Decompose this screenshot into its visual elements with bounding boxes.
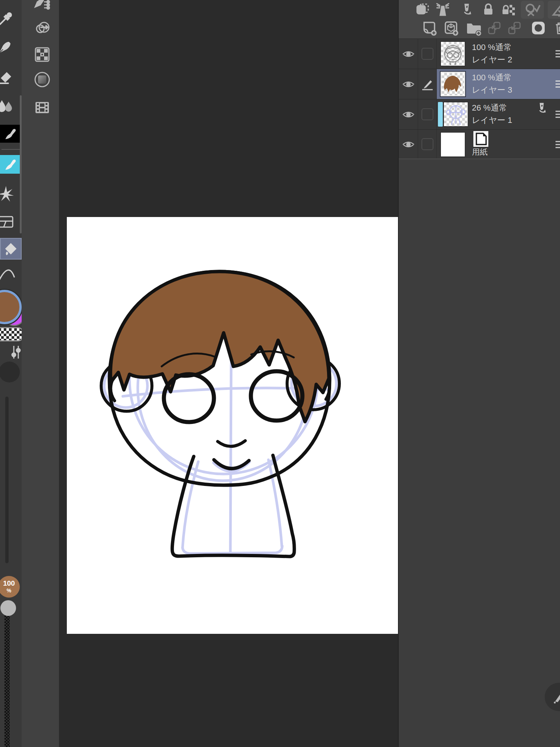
new-folder-icon[interactable] <box>466 20 482 36</box>
darker-brush-tool[interactable] <box>0 125 22 143</box>
opacity-unit: % <box>0 588 20 593</box>
gradient-icon[interactable] <box>34 71 51 88</box>
layer-menu-icon[interactable] <box>556 140 560 149</box>
layer-row-content[interactable]: 用紙 <box>437 130 560 158</box>
layer-thumbnail[interactable] <box>444 102 468 127</box>
eye-icon <box>402 49 415 58</box>
layer-editing-indicator[interactable] <box>418 69 437 99</box>
pencil-edit-icon <box>421 77 434 91</box>
brush-settings-icon[interactable] <box>10 344 22 360</box>
fill-tool-selected[interactable] <box>0 238 22 260</box>
brush-size-slider[interactable] <box>5 397 9 563</box>
draft-layer-icon[interactable] <box>458 1 475 18</box>
layer-opacity-blend: 100 %通常 <box>472 72 511 83</box>
layer-thumbnail[interactable] <box>441 72 465 96</box>
delete-layer-icon[interactable] <box>553 20 560 36</box>
toolbar-scrollbar[interactable] <box>20 95 22 233</box>
layer-name: レイヤー 2 <box>472 54 512 65</box>
eyedropper-tool[interactable] <box>0 10 14 28</box>
layer-row[interactable]: 用紙 <box>399 130 560 159</box>
copy-selection-icon[interactable] <box>414 1 431 18</box>
lock-layer-icon[interactable] <box>480 1 497 18</box>
layer-menu-icon[interactable] <box>556 80 560 89</box>
frame-border-tool[interactable] <box>0 213 15 231</box>
blend-tool[interactable] <box>0 97 14 115</box>
eye-icon <box>402 80 415 89</box>
transfer-to-lower-disabled-icon[interactable] <box>486 20 503 36</box>
main-tool-column: 100 % <box>0 0 22 747</box>
layer-name: レイヤー 1 <box>472 115 512 126</box>
layer-menu-icon[interactable] <box>556 110 560 119</box>
opacity-value: 100 <box>0 579 20 588</box>
eye-icon <box>402 140 415 149</box>
paper-thumbnail[interactable] <box>441 132 465 157</box>
opacity-slider-track[interactable] <box>4 616 10 747</box>
chibi-character-drawing <box>67 217 398 634</box>
panel-section-divider <box>399 158 560 159</box>
merge-to-lower-disabled-icon[interactable] <box>506 20 523 36</box>
layer-name: レイヤー 3 <box>472 84 512 96</box>
layer-select-checkbox[interactable] <box>418 99 437 129</box>
canvas-workspace[interactable] <box>59 0 398 747</box>
layers-panel-header <box>399 0 560 39</box>
ruler-disabled-icon[interactable] <box>548 1 560 19</box>
opacity-value-badge: 100 % <box>0 576 20 598</box>
lock-transparent-pixels-icon[interactable] <box>500 1 517 18</box>
layer-visibility-toggle[interactable] <box>399 39 418 69</box>
eraser-tool[interactable] <box>0 68 14 86</box>
drawing-canvas[interactable] <box>67 217 398 634</box>
curve-tool[interactable] <box>0 263 16 281</box>
layer-select-checkbox[interactable] <box>418 39 437 69</box>
reference-layer-icon[interactable] <box>435 1 451 18</box>
pen-icon <box>551 689 560 704</box>
layer-row[interactable]: 26 %通常 レイヤー 1 <box>399 99 560 130</box>
layer-opacity-blend: 26 %通常 <box>472 102 507 114</box>
eye-icon <box>402 110 415 119</box>
new-vector-layer-icon[interactable] <box>443 20 460 36</box>
pen-tool[interactable] <box>0 38 14 56</box>
new-raster-layer-icon[interactable] <box>421 20 438 36</box>
transform-move-icon[interactable] <box>34 19 51 37</box>
transparent-color-swatch[interactable] <box>0 327 22 341</box>
palette-color-bar <box>438 102 443 127</box>
brush-size-preview <box>0 362 20 382</box>
layer-row-content[interactable]: 100 %通常 レイヤー 2 <box>437 39 560 69</box>
layer-row[interactable]: 100 %通常 レイヤー 2 <box>399 39 560 69</box>
paper-layer-icon <box>473 130 489 148</box>
clip-studio-paint-window: { "left_toolbar": { "tools": ["eyedroppe… <box>0 0 560 747</box>
opacity-slider-knob[interactable] <box>0 600 16 616</box>
draft-layer-badge-icon <box>535 102 548 115</box>
layer-thumbnail[interactable] <box>441 41 465 66</box>
layers-panel: 100 %通常 レイヤー 2 100 %通常 レイヤー 3 <box>398 0 560 747</box>
screentone-grid-icon[interactable] <box>34 46 51 63</box>
layer-opacity-blend: 100 %通常 <box>472 42 511 53</box>
layer-row-content[interactable]: 26 %通常 レイヤー 1 <box>437 99 560 129</box>
layer-visibility-toggle[interactable] <box>399 69 418 99</box>
layer-row-content[interactable]: 100 %通常 レイヤー 3 <box>437 69 560 99</box>
layer-row-selected[interactable]: 100 %通常 レイヤー 3 <box>399 69 560 99</box>
clip-to-layer-disabled-icon[interactable] <box>521 1 544 19</box>
decoration-tool[interactable] <box>0 185 15 203</box>
layer-visibility-toggle[interactable] <box>399 130 418 158</box>
filmstrip-icon[interactable] <box>34 99 51 116</box>
sub-tool-column <box>22 0 59 747</box>
layer-select-checkbox[interactable] <box>418 130 437 158</box>
tool-divider <box>1 149 20 150</box>
layer-menu-icon[interactable] <box>556 49 560 58</box>
layer-mask-icon[interactable] <box>530 20 547 36</box>
layer-visibility-toggle[interactable] <box>399 99 418 129</box>
layer-name: 用紙 <box>472 147 488 157</box>
auto-action-pen-icon[interactable] <box>34 0 51 14</box>
active-brush-tool[interactable] <box>0 155 22 174</box>
